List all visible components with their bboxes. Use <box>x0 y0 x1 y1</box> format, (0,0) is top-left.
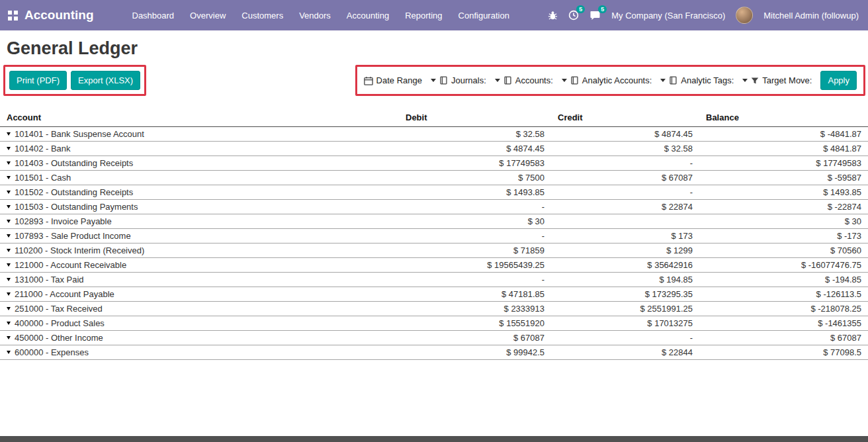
nav-item-dashboard[interactable]: Dashboard <box>124 0 183 30</box>
table-header-row: Account Debit Credit Balance <box>0 110 868 127</box>
export-xlsx-button[interactable]: Export (XLSX) <box>71 71 140 90</box>
debit-cell: $ 47181.85 <box>399 287 551 302</box>
account-cell[interactable]: 101401 - Bank Suspense Account <box>0 127 399 142</box>
account-cell[interactable]: 450000 - Other Income <box>0 331 399 345</box>
filter-funnel-icon <box>751 77 759 85</box>
balance-cell: $ 70560 <box>699 243 868 258</box>
page-title: General Ledger <box>7 38 861 59</box>
app-brand[interactable]: Accounting <box>24 8 94 22</box>
account-cell[interactable]: 400000 - Product Sales <box>0 316 399 331</box>
expand-caret-icon[interactable] <box>7 147 11 150</box>
expand-caret-icon[interactable] <box>7 161 11 165</box>
account-cell[interactable]: 110200 - Stock Interim (Received) <box>0 243 399 258</box>
accounts-filter[interactable]: Accounts: <box>495 75 553 85</box>
table-row: 101403 - Outstanding Receipts$ 17749583-… <box>0 156 868 171</box>
account-label: 101501 - Cash <box>15 173 71 183</box>
account-label: 121000 - Account Receivable <box>15 260 126 270</box>
balance-cell: $ -4841.87 <box>699 127 868 142</box>
account-label: 107893 - Sale Product Income <box>15 231 131 241</box>
activities-badge: 5 <box>576 5 585 13</box>
debit-cell: $ 17749583 <box>399 156 551 171</box>
header-debit: Debit <box>399 110 551 127</box>
journals-label: Journals: <box>451 75 486 85</box>
header-account: Account <box>0 110 399 127</box>
debit-cell: $ 19565439.25 <box>399 258 551 273</box>
nav-item-overview[interactable]: Overview <box>182 0 234 30</box>
debug-bug-icon[interactable] <box>548 11 558 21</box>
header-credit: Credit <box>551 110 699 127</box>
target-move-filter[interactable]: Target Move: <box>742 75 812 85</box>
account-label: 600000 - Expenses <box>15 347 89 357</box>
nav-item-accounting[interactable]: Accounting <box>339 0 397 30</box>
nav-item-reporting[interactable]: Reporting <box>397 0 450 30</box>
table-row: 101503 - Outstanding Payments-$ 22874$ -… <box>0 200 868 214</box>
journals-filter[interactable]: Journals: <box>431 75 486 85</box>
debit-cell: $ 1493.85 <box>399 185 551 200</box>
analytic-accounts-filter[interactable]: Analytic Accounts: <box>562 75 652 85</box>
messages-icon[interactable]: 5 <box>589 10 601 21</box>
account-cell[interactable]: 211000 - Account Payable <box>0 287 399 302</box>
expand-caret-icon[interactable] <box>7 191 11 194</box>
balance-cell: $ -16077476.75 <box>699 258 868 273</box>
analytic-tags-filter[interactable]: Analytic Tags: <box>660 75 734 85</box>
debit-cell: $ 7500 <box>399 171 551 185</box>
account-cell[interactable]: 101501 - Cash <box>0 171 399 185</box>
table-row: 107893 - Sale Product Income-$ 173$ -173 <box>0 229 868 243</box>
expand-caret-icon[interactable] <box>7 234 11 238</box>
account-cell[interactable]: 131000 - Tax Paid <box>0 273 399 287</box>
credit-cell <box>551 214 699 229</box>
expand-caret-icon[interactable] <box>7 336 11 339</box>
credit-cell: $ 17013275 <box>551 316 699 331</box>
credit-cell: $ 32.58 <box>551 142 699 156</box>
debit-cell: - <box>399 200 551 214</box>
account-label: 101403 - Outstanding Receipts <box>15 158 133 168</box>
ledger-table: Account Debit Credit Balance 101401 - Ba… <box>0 110 868 360</box>
table-row: 101402 - Bank$ 4874.45$ 32.58$ 4841.87 <box>0 142 868 156</box>
export-buttons-highlight: Print (PDF) Export (XLSX) <box>3 65 146 96</box>
credit-cell: $ 1299 <box>551 243 699 258</box>
balance-cell: $ 17749583 <box>699 156 868 171</box>
apps-menu-icon[interactable] <box>8 11 18 21</box>
expand-caret-icon[interactable] <box>7 263 11 267</box>
user-avatar[interactable] <box>736 7 753 24</box>
balance-cell: $ -126113.5 <box>699 287 868 302</box>
account-cell[interactable]: 600000 - Expenses <box>0 345 399 360</box>
account-label: 101402 - Bank <box>15 144 71 154</box>
expand-caret-icon[interactable] <box>7 132 11 136</box>
table-row: 110200 - Stock Interim (Received)$ 71859… <box>0 243 868 258</box>
credit-cell: $ 173295.35 <box>551 287 699 302</box>
expand-caret-icon[interactable] <box>7 278 11 281</box>
expand-caret-icon[interactable] <box>7 351 11 354</box>
expand-caret-icon[interactable] <box>7 307 11 310</box>
user-menu[interactable]: Mitchell Admin (followup) <box>763 11 859 21</box>
expand-caret-icon[interactable] <box>7 205 11 208</box>
nav-item-vendors[interactable]: Vendors <box>291 0 339 30</box>
debit-cell: - <box>399 229 551 243</box>
account-cell[interactable]: 101502 - Outstanding Receipts <box>0 185 399 200</box>
account-cell[interactable]: 102893 - Invoice Payable <box>0 214 399 229</box>
ledger-table-body: 101401 - Bank Suspense Account$ 32.58$ 4… <box>0 127 868 360</box>
date-range-filter[interactable]: Date Range <box>364 75 422 85</box>
expand-caret-icon[interactable] <box>7 176 11 179</box>
account-cell[interactable]: 107893 - Sale Product Income <box>0 229 399 243</box>
credit-cell: - <box>551 331 699 345</box>
account-cell[interactable]: 101402 - Bank <box>0 142 399 156</box>
apply-button[interactable]: Apply <box>820 71 857 90</box>
expand-caret-icon[interactable] <box>7 249 11 252</box>
debit-cell: $ 4874.45 <box>399 142 551 156</box>
activities-icon[interactable]: 5 <box>568 10 579 21</box>
expand-caret-icon[interactable] <box>7 292 11 296</box>
company-switcher[interactable]: My Company (San Francisco) <box>611 11 725 21</box>
credit-cell: $ 35642916 <box>551 258 699 273</box>
account-cell[interactable]: 101503 - Outstanding Payments <box>0 200 399 214</box>
expand-caret-icon[interactable] <box>7 322 11 325</box>
account-cell[interactable]: 121000 - Account Receivable <box>0 258 399 273</box>
account-cell[interactable]: 251000 - Tax Received <box>0 302 399 316</box>
nav-item-customers[interactable]: Customers <box>234 0 291 30</box>
credit-cell: $ 2551991.25 <box>551 302 699 316</box>
credit-cell: $ 22844 <box>551 345 699 360</box>
print-pdf-button[interactable]: Print (PDF) <box>9 71 67 90</box>
account-cell[interactable]: 101403 - Outstanding Receipts <box>0 156 399 171</box>
expand-caret-icon[interactable] <box>7 220 11 223</box>
nav-item-configuration[interactable]: Configuration <box>451 0 517 30</box>
